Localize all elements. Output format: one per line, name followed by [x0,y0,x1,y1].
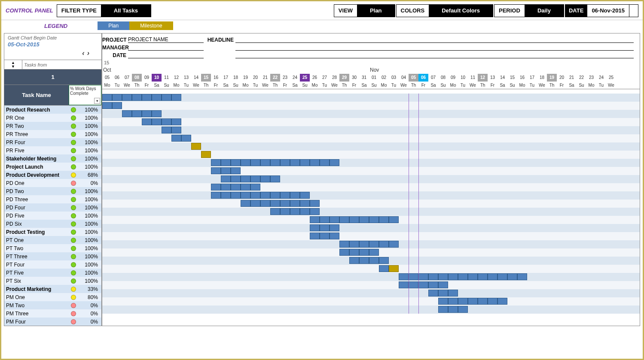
gantt-row[interactable] [102,151,640,159]
plan-bar[interactable] [241,200,320,207]
plan-bar[interactable] [211,167,241,174]
next-icon[interactable]: › [87,49,89,57]
gantt-grid[interactable] [102,94,640,314]
task-row[interactable]: PT Two100% [4,244,101,252]
task-row[interactable]: PT Four100% [4,260,101,269]
plan-bar[interactable] [339,241,399,248]
task-row[interactable]: PR Four100% [4,138,101,146]
task-row[interactable]: PD One0% [4,179,101,187]
plan-bar[interactable] [310,224,339,231]
plan-bar[interactable] [142,118,181,125]
plan-bar[interactable] [171,135,191,142]
gantt-row[interactable] [102,208,640,216]
task-row[interactable]: PR Two100% [4,122,101,130]
period-control[interactable]: PERIOD Daily [494,4,564,17]
project-value[interactable]: PROJECT NAME [128,36,204,43]
plan-bar[interactable] [310,233,339,239]
headline-line2[interactable] [235,50,634,51]
task-row[interactable]: PD Five100% [4,212,101,220]
colors-value[interactable]: Default Colors [429,5,493,17]
plan-bar[interactable] [349,257,389,264]
plan-bar[interactable] [399,273,527,280]
gantt-row[interactable] [102,191,640,200]
gantt-row[interactable] [102,183,640,191]
headline-value[interactable] [235,42,634,43]
plan-bar[interactable] [211,184,260,191]
task-row[interactable]: Product Research100% [4,106,101,114]
manager-value[interactable] [128,50,204,51]
task-row[interactable]: Project Launch100% [4,163,101,171]
date-control[interactable]: DATE 06-Nov-2015 [565,4,638,17]
plan-bar[interactable] [211,159,339,166]
milestone-bar[interactable] [201,151,211,158]
gantt-row[interactable] [102,159,640,167]
plan-bar[interactable] [438,298,507,305]
gantt-row[interactable] [102,224,640,232]
date-value[interactable]: 06-Nov-2015 [587,5,629,17]
date-extra[interactable] [629,5,638,17]
gantt-row[interactable] [102,102,640,110]
plan-bar[interactable] [102,102,122,109]
gantt-row[interactable] [102,134,640,142]
milestone-bar[interactable] [389,265,399,272]
period-value[interactable]: Daily [525,5,564,17]
gantt-row[interactable] [102,265,640,273]
task-row[interactable]: PT Three100% [4,252,101,260]
milestone-bar[interactable] [191,143,201,150]
gantt-row[interactable] [102,142,640,151]
filter-type-value[interactable]: All Tasks [101,5,151,17]
tasks-from-value[interactable]: 1 [4,70,101,85]
task-row[interactable]: PD Two100% [4,187,101,195]
plan-bar[interactable] [211,192,310,199]
task-row[interactable]: Product Testing100% [4,228,101,236]
gantt-row[interactable] [102,118,640,126]
task-row[interactable]: PR Three100% [4,130,101,138]
plan-bar[interactable] [339,249,379,256]
task-row[interactable]: Stakeholder Meeting100% [4,154,101,163]
task-row[interactable]: PD Three100% [4,195,101,203]
prev-icon[interactable]: ‹ [82,49,84,57]
gantt-row[interactable] [102,257,640,265]
task-row[interactable]: PT Six100% [4,277,101,285]
task-row[interactable]: Product Development68% [4,171,101,179]
task-row[interactable]: PR Five100% [4,146,101,154]
pct-header-cell[interactable]: % Work Days Complete ▾ [69,85,101,105]
task-row[interactable]: PT Five100% [4,269,101,277]
headline-line3[interactable] [235,58,634,58]
task-row[interactable]: PM Four0% [4,318,101,326]
colors-control[interactable]: COLORS Default Colors [396,4,493,17]
gantt-row[interactable] [102,94,640,102]
task-row[interactable]: PM One80% [4,293,101,301]
gantt-row[interactable] [102,232,640,240]
gantt-row[interactable] [102,240,640,248]
filter-type-control[interactable]: FILTER TYPE All Tasks [57,4,151,17]
task-row[interactable]: PM Three0% [4,309,101,318]
plan-bar[interactable] [428,290,458,296]
sort-arrows[interactable]: ▲▼ [4,60,22,69]
date-value-pi[interactable] [128,58,204,58]
plan-bar[interactable] [438,306,468,313]
gantt-row[interactable] [102,297,640,306]
plan-bar[interactable] [270,208,320,215]
gantt-row[interactable] [102,126,640,134]
gantt-row[interactable] [102,175,640,183]
gantt-row[interactable] [102,110,640,118]
gantt-row[interactable] [102,289,640,297]
gantt-row[interactable] [102,306,640,314]
gantt-row[interactable] [102,167,640,175]
plan-bar[interactable] [162,127,181,133]
plan-bar[interactable] [102,94,181,101]
gantt-row[interactable] [102,273,640,281]
plan-bar[interactable] [221,175,280,182]
task-row[interactable]: Product Marketing33% [4,285,101,293]
gantt-row[interactable] [102,216,640,224]
plan-bar[interactable] [379,265,389,272]
gantt-row[interactable] [102,248,640,257]
task-row[interactable]: PM Two0% [4,301,101,309]
filter-dropdown-icon[interactable]: ▾ [94,98,100,104]
task-row[interactable]: PR One100% [4,114,101,122]
view-value[interactable]: Plan [357,5,394,17]
view-control[interactable]: VIEW Plan [334,4,395,17]
begin-date-value[interactable]: 05-Oct-2015 [8,41,98,48]
task-row[interactable]: PD Six100% [4,220,101,228]
